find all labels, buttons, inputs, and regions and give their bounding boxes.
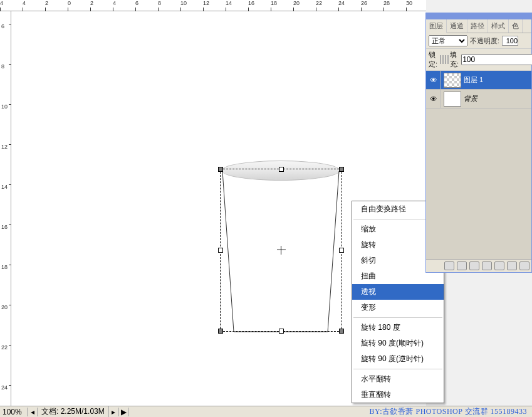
layer-row[interactable]: 👁背景 <box>426 90 531 108</box>
ruler-v-tick: 12 <box>1 144 8 149</box>
ruler-h-tick: 6 <box>135 0 138 6</box>
context-menu-item[interactable]: 透视 <box>352 284 444 300</box>
ruler-h-tick: 24 <box>338 0 345 6</box>
panel-tab[interactable]: 色 <box>509 19 523 33</box>
ruler-h-tick: 18 <box>271 0 277 6</box>
context-menu-item[interactable]: 水平翻转 <box>352 371 444 387</box>
transform-handle-mid-left[interactable] <box>218 248 223 253</box>
ruler-h-tick: 0 <box>68 0 71 6</box>
layer-thumbnail[interactable] <box>444 73 461 88</box>
ruler-h-tick: 14 <box>226 0 232 6</box>
lock-pixels-icon[interactable] <box>442 55 444 64</box>
opacity-input[interactable] <box>502 36 518 46</box>
context-menu-item[interactable]: 垂直翻转 <box>352 387 444 403</box>
layer-style-icon[interactable] <box>457 261 467 270</box>
panel-footer <box>426 259 531 272</box>
layers-panel: 图层通道路径样式色 正常 不透明度: 锁定: 填充: 👁图层 1👁背景 <box>425 13 532 273</box>
ruler-h-tick: 2 <box>90 0 93 6</box>
transform-handle-bottom-left[interactable] <box>218 329 223 334</box>
transform-handle-bottom-mid[interactable] <box>279 329 284 334</box>
panel-tab[interactable]: 通道 <box>447 19 467 33</box>
ruler-h-tick: 20 <box>293 0 300 6</box>
lock-all-icon[interactable] <box>447 55 449 64</box>
status-bar: 100% ◂ 文档: 2.25M/1.03M ▸ ▶ BY:古欲香萧 PHOTO… <box>0 406 532 417</box>
context-menu-separator <box>353 317 442 318</box>
visibility-eye-icon[interactable]: 👁 <box>426 90 441 108</box>
adjustment-layer-icon[interactable] <box>482 261 492 270</box>
group-icon[interactable] <box>494 261 504 270</box>
zoom-field[interactable]: 100% <box>0 408 28 416</box>
status-arrow-right-icon[interactable]: ▸ <box>109 408 119 416</box>
ruler-h-tick: 4 <box>23 0 26 6</box>
new-layer-icon[interactable] <box>507 261 517 270</box>
transform-bounding-box[interactable] <box>220 169 342 332</box>
panel-tab[interactable]: 样式 <box>488 19 509 33</box>
lock-row: 锁定: 填充: <box>426 49 531 71</box>
ruler-h-tick: 2 <box>45 0 48 6</box>
ruler-v-tick: 16 <box>1 224 8 230</box>
delete-layer-icon[interactable] <box>519 261 529 270</box>
lock-position-icon[interactable] <box>445 55 446 64</box>
transform-handle-bottom-right[interactable] <box>339 329 344 334</box>
transform-center-icon[interactable] <box>277 246 286 255</box>
ruler-v-tick: 20 <box>1 305 8 310</box>
status-play-icon[interactable]: ▶ <box>119 408 129 416</box>
context-menu-item[interactable]: 旋转 90 度(顺时针) <box>352 335 444 351</box>
panel-tabs: 图层通道路径样式色 <box>426 19 531 33</box>
panel-tab[interactable]: 图层 <box>426 19 447 33</box>
doc-label: 文档: <box>41 407 58 416</box>
fill-label: 填充: <box>450 50 459 69</box>
layer-name[interactable]: 背景 <box>464 94 477 103</box>
status-arrow-left-icon[interactable]: ◂ <box>28 408 38 416</box>
ruler-h-tick: 4 <box>113 0 116 6</box>
context-menu-item[interactable]: 变形 <box>352 300 444 315</box>
layer-name[interactable]: 图层 1 <box>464 75 483 85</box>
ruler-v-tick: 24 <box>1 385 8 390</box>
ruler-h-tick: 26 <box>361 0 367 6</box>
lock-transparency-icon[interactable] <box>440 55 441 64</box>
context-menu-separator <box>353 369 442 369</box>
blend-mode-select[interactable]: 正常 <box>429 35 467 46</box>
ruler-h-tick: 30 <box>406 0 412 6</box>
credit-text: BY:古欲香萧 PHOTOSHOP 交流群 155189433 <box>370 406 532 417</box>
ruler-h-tick: 28 <box>383 0 390 6</box>
panel-titlebar[interactable] <box>426 13 531 19</box>
doc-size: 文档: 2.25M/1.03M <box>38 406 109 417</box>
context-menu-item[interactable]: 旋转 180 度 <box>352 320 444 335</box>
ruler-v-tick: 14 <box>1 184 8 189</box>
context-menu-item[interactable]: 旋转 90 度(逆时针) <box>352 351 444 367</box>
panel-tab[interactable]: 路径 <box>467 19 488 33</box>
transform-handle-top-mid[interactable] <box>279 167 284 172</box>
ruler-vertical: 681012141618202224 <box>0 11 11 406</box>
ruler-v-tick: 18 <box>1 265 8 270</box>
doc-value: 2.25M/1.03M <box>61 407 105 416</box>
ruler-v-tick: 6 <box>1 24 8 29</box>
ruler-horizontal: 442024681012141618202224262830 <box>0 0 426 11</box>
ruler-h-tick: 10 <box>180 0 187 6</box>
ruler-h-tick: 8 <box>158 0 161 6</box>
opacity-label: 不透明度: <box>470 36 499 46</box>
ruler-h-tick: 16 <box>248 0 254 6</box>
ruler-h-tick: 22 <box>316 0 322 6</box>
layer-row[interactable]: 👁图层 1 <box>426 71 531 90</box>
ruler-v-tick: 8 <box>1 64 8 69</box>
transform-handle-mid-right[interactable] <box>339 248 344 253</box>
ruler-v-tick: 22 <box>1 345 8 350</box>
link-layers-icon[interactable] <box>444 261 454 270</box>
ruler-h-tick: 12 <box>203 0 209 6</box>
blend-mode-row: 正常 不透明度: <box>426 33 531 49</box>
transform-handle-top-left[interactable] <box>218 167 223 172</box>
ruler-v-tick: 10 <box>1 104 8 109</box>
transform-handle-top-right[interactable] <box>339 167 344 172</box>
layers-list: 👁图层 1👁背景 <box>426 71 531 259</box>
layer-mask-icon[interactable] <box>469 261 479 270</box>
fill-input[interactable] <box>461 54 532 65</box>
layer-thumbnail[interactable] <box>444 92 461 107</box>
lock-label: 锁定: <box>429 50 437 69</box>
visibility-eye-icon[interactable]: 👁 <box>426 71 441 90</box>
ruler-h-tick: 4 <box>0 0 3 6</box>
